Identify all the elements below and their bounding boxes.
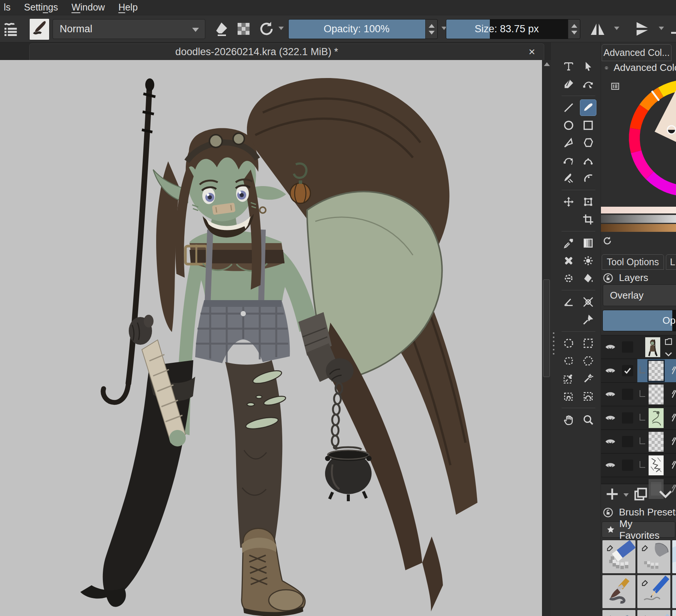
blend-mode-dropdown[interactable]: Normal	[53, 19, 205, 39]
workspace-chooser-icon[interactable]	[2, 20, 20, 38]
elliptical-selection-tool-icon[interactable]	[560, 335, 577, 352]
layer-visibility-icon[interactable]	[604, 436, 616, 448]
rectangle-tool-icon[interactable]	[580, 117, 596, 134]
smart-patch-tool-icon[interactable]	[560, 252, 577, 269]
add-layer-button[interactable]	[604, 486, 620, 502]
crop-tool-icon[interactable]	[580, 211, 596, 228]
scrollbar-thumb[interactable]	[543, 279, 550, 377]
freehand-brush-tool-icon[interactable]	[580, 99, 596, 116]
size-slider[interactable]: Size: 83.75 px	[446, 19, 580, 39]
mirror-vertical-icon[interactable]	[633, 20, 651, 38]
reload-dropdown-icon[interactable]	[279, 27, 284, 30]
polygon-tool-icon[interactable]	[580, 135, 596, 151]
zoom-tool-icon[interactable]	[580, 412, 596, 428]
mirror-vertical-dropdown-icon[interactable]	[659, 27, 664, 30]
layer-thumbnail[interactable]	[649, 455, 664, 475]
toolbar-overflow-icon[interactable]	[671, 32, 676, 34]
rectangular-selection-tool-icon[interactable]	[580, 335, 596, 352]
brush-preset-blender[interactable]	[637, 540, 670, 573]
layer-row[interactable]	[601, 430, 676, 454]
brush-preset-eraser2[interactable]	[602, 610, 635, 616]
layer-row[interactable]	[601, 383, 676, 406]
layer-visibility-icon[interactable]	[604, 365, 616, 377]
opacity-spinner[interactable]	[425, 20, 437, 39]
move-tool-icon[interactable]	[560, 194, 577, 210]
opacity-slider[interactable]: Opacity: 100%	[288, 19, 438, 39]
color-history-strip-1[interactable]	[601, 207, 676, 213]
freehand-path-tool-icon[interactable]	[580, 152, 596, 169]
duplicate-layer-button[interactable]	[632, 486, 649, 502]
layer-group-icons[interactable]	[664, 337, 674, 358]
layer-visibility-icon[interactable]	[604, 459, 616, 471]
layer-blend-mode-dropdown[interactable]: Overlay	[603, 284, 676, 306]
layer-visibility-icon[interactable]	[604, 412, 616, 424]
brush-preset-thumbnail[interactable]	[29, 18, 50, 40]
color-sampler-tool-icon[interactable]	[560, 235, 577, 251]
layer-row[interactable]	[601, 406, 676, 430]
document-tab[interactable]: doodles-20260214.kra (322.1 MiB) * ×	[29, 44, 544, 60]
layer-inherit-alpha-checkbox[interactable]	[622, 365, 633, 376]
mirror-horizontal-icon[interactable]	[589, 20, 607, 38]
magnetic-selection-tool-icon[interactable]	[560, 388, 577, 404]
brown-gradient-strip[interactable]	[601, 224, 676, 232]
layer-visibility-icon[interactable]	[604, 388, 616, 400]
pan-tool-icon[interactable]	[560, 412, 577, 428]
freehand-selection-tool-icon[interactable]	[560, 353, 577, 369]
preserve-alpha-icon[interactable]	[235, 20, 253, 38]
colorize-mask-tool-icon[interactable]	[580, 252, 596, 269]
layer-inherit-alpha-checkbox[interactable]	[622, 460, 633, 471]
scroll-up-icon[interactable]	[544, 62, 550, 66]
layer-inherit-alpha-checkbox[interactable]	[622, 412, 633, 424]
multibrush-tool-icon[interactable]	[580, 170, 596, 186]
layer-row-group[interactable]	[601, 335, 676, 359]
menu-item-help[interactable]: Help	[111, 1, 144, 14]
layer-thumbnail[interactable]	[649, 361, 664, 381]
gradient-tool-icon[interactable]	[580, 235, 596, 251]
color-adjust-tool-icon[interactable]	[560, 270, 577, 287]
brush-preset-pencil2[interactable]	[672, 575, 676, 608]
polyline-tool-icon[interactable]	[560, 135, 577, 151]
tab-tool-options[interactable]: Tool Options	[602, 254, 664, 270]
fill-tool-icon[interactable]	[580, 270, 596, 287]
add-layer-dropdown-icon[interactable]	[623, 493, 629, 497]
edit-shapes-tool-icon[interactable]	[580, 76, 596, 92]
favorites-dropdown[interactable]: My Favorites	[602, 521, 675, 538]
brush-preset-wash2[interactable]	[672, 610, 676, 616]
layer-inherit-alpha-checkbox[interactable]	[622, 436, 633, 447]
brush-preset-paintbrush[interactable]	[602, 575, 635, 608]
contiguous-selection-tool-icon[interactable]	[580, 370, 596, 387]
layer-thumbnail[interactable]	[645, 337, 660, 357]
text-tool-icon[interactable]	[560, 58, 577, 75]
lock-icon[interactable]	[602, 272, 614, 284]
tab-layers[interactable]: L	[666, 254, 676, 270]
select-shapes-tool-icon[interactable]	[580, 58, 596, 75]
layer-thumbnail[interactable]	[649, 408, 664, 428]
layer-opacity-slider[interactable]: Opa	[602, 310, 676, 331]
lock-icon[interactable]	[602, 507, 614, 518]
measure-tool-icon[interactable]	[560, 294, 577, 310]
dynamic-brush-tool-icon[interactable]	[560, 170, 577, 186]
calligraphy-tool-icon[interactable]	[560, 76, 577, 92]
similar-color-selection-tool-icon[interactable]	[560, 370, 577, 387]
brush-preset-pencil-pale[interactable]	[637, 610, 670, 616]
ellipse-tool-icon[interactable]	[560, 117, 577, 134]
bezier-selection-tool-icon[interactable]	[580, 388, 596, 404]
canvas-vertical-scrollbar[interactable]	[542, 60, 551, 616]
reference-images-tool-icon[interactable]	[580, 311, 596, 328]
reload-preset-icon[interactable]	[257, 20, 276, 38]
layer-inherit-alpha-checkbox[interactable]	[622, 389, 633, 400]
canvas[interactable]	[0, 60, 542, 616]
gray-gradient-strip[interactable]	[601, 215, 676, 223]
layer-thumbnail[interactable]	[649, 385, 664, 404]
move-layer-down-button[interactable]	[657, 486, 674, 502]
line-tool-icon[interactable]	[560, 99, 577, 116]
layer-inherit-alpha-checkbox[interactable]	[622, 341, 633, 353]
layer-row[interactable]	[601, 359, 676, 383]
assistants-tool-icon[interactable]	[580, 294, 596, 310]
swap-colors-icon[interactable]	[602, 236, 613, 246]
brush-preset-pencil[interactable]	[637, 575, 670, 608]
menu-item-settings[interactable]: Settings	[17, 1, 65, 14]
layer-visibility-icon[interactable]	[604, 341, 616, 353]
size-spinner[interactable]	[568, 20, 580, 39]
layer-thumbnail[interactable]	[649, 432, 664, 452]
